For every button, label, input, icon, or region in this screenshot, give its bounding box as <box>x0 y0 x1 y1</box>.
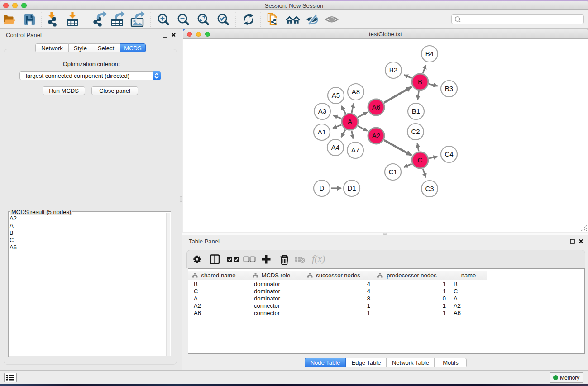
svg-text:B: B <box>418 78 422 86</box>
svg-text:C3: C3 <box>425 185 434 192</box>
svg-text:C1: C1 <box>388 168 397 176</box>
svg-text:A2: A2 <box>372 132 380 139</box>
svg-text:B1: B1 <box>412 107 420 115</box>
svg-text:B3: B3 <box>445 85 453 92</box>
svg-text:A: A <box>348 118 352 125</box>
svg-text:B2: B2 <box>389 66 397 74</box>
svg-text:A1: A1 <box>318 128 326 136</box>
svg-text:A4: A4 <box>331 143 339 151</box>
svg-text:A5: A5 <box>332 91 340 99</box>
svg-text:A8: A8 <box>352 88 360 95</box>
svg-text:C: C <box>418 156 423 164</box>
svg-text:C2: C2 <box>411 128 420 135</box>
svg-text:D1: D1 <box>347 184 356 192</box>
svg-text:A6: A6 <box>372 103 380 111</box>
svg-text:A7: A7 <box>351 146 359 154</box>
svg-text:A3: A3 <box>318 107 326 115</box>
svg-text:C4: C4 <box>445 150 453 158</box>
svg-text:D: D <box>320 184 325 192</box>
svg-text:B4: B4 <box>425 50 434 57</box>
svg-text:f(x): f(x) <box>312 253 325 264</box>
